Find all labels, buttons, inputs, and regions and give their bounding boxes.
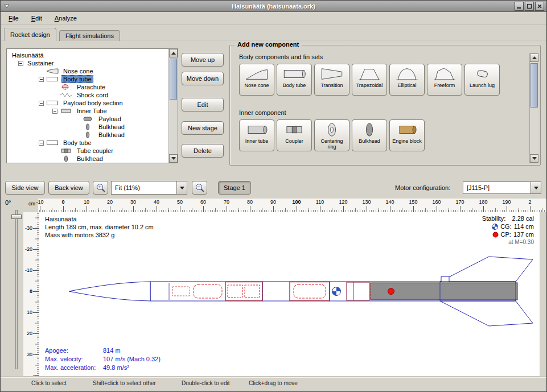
menu-file[interactable]: File — [6, 14, 21, 23]
tree-item-label: Shock cord — [75, 92, 110, 98]
window-menu-icon[interactable] — [3, 2, 11, 10]
h-ruler-label: 140 — [385, 199, 394, 205]
side-view-button[interactable]: Side view — [5, 181, 45, 195]
tab-flight-simulations[interactable]: Flight simulations — [59, 30, 120, 41]
add-nose-cone-button[interactable]: Nose cone — [239, 64, 274, 96]
collapse-icon[interactable] — [52, 109, 57, 114]
new-stage-button[interactable]: New stage — [182, 121, 224, 135]
h-ruler-label: 150 — [409, 199, 417, 205]
add-coupler-button[interactable]: Coupler — [277, 119, 312, 151]
move-down-button[interactable]: Move down — [182, 72, 224, 85]
inner-tube-icon — [244, 121, 269, 138]
chevron-down-icon[interactable] — [176, 181, 187, 194]
add-engine-block-button[interactable]: Engine block — [389, 119, 425, 151]
collapse-icon[interactable] — [39, 141, 44, 146]
tree-item-payload-body-section[interactable]: Payload body section — [7, 99, 168, 107]
tree-item-rocket[interactable]: Haisunäätä — [7, 51, 168, 59]
body-tube-icon — [46, 100, 59, 106]
add-bulkhead-button[interactable]: Bulkhead — [352, 119, 387, 151]
collapse-icon[interactable] — [18, 61, 23, 66]
hint-double-click: Double-click to edit — [182, 380, 229, 386]
scroll-down-icon[interactable] — [530, 154, 538, 163]
tree-item-bulkhead[interactable]: Bulkhead — [7, 123, 168, 131]
zoom-in-button[interactable] — [93, 181, 108, 195]
cg-label: CG: — [500, 222, 512, 230]
rocket-figure-canvas[interactable]: Haisunäätä Length 189 cm, max. diameter … — [39, 212, 540, 376]
tree-item-bulkhead-aft[interactable]: Bulkhead — [7, 155, 168, 163]
stage-1-toggle[interactable]: Stage 1 — [218, 181, 251, 195]
add-body-tube-button[interactable]: Body tube — [277, 64, 312, 96]
stability-info: Stability: 2.28 cal CG:114 cm CP:137 cm … — [482, 214, 534, 246]
motor-configuration-value: [J115-P] — [463, 182, 530, 193]
menu-edit[interactable]: Edit — [29, 14, 44, 23]
rocket-name: Haisunäätä — [45, 215, 154, 223]
collapse-icon[interactable] — [39, 77, 44, 82]
add-component-panel: Add new component Body components and fi… — [229, 45, 541, 166]
tree-item-tube-coupler[interactable]: Tube coupler — [7, 147, 168, 155]
back-view-button[interactable]: Back view — [48, 181, 89, 195]
tree-item-bulkhead[interactable]: Bulkhead — [7, 131, 168, 139]
tree-item-body-tube[interactable]: Body tube — [7, 75, 168, 83]
delete-button[interactable]: Delete — [182, 144, 224, 158]
rotation-slider[interactable] — [15, 210, 18, 369]
collapse-icon[interactable] — [39, 101, 44, 106]
h-ruler-label: 120 — [339, 199, 347, 205]
motor-configuration-select[interactable]: [J115-P] — [463, 181, 541, 194]
tree-item-body-tube-aft[interactable]: Body tube — [7, 139, 168, 147]
cg-value: 114 cm — [514, 222, 534, 230]
fin-bottom-outline — [440, 301, 533, 326]
component-tree: Haisunäätä Sustainer Nose cone Body tube… — [6, 48, 178, 163]
scrollbar-thumb[interactable] — [170, 59, 177, 100]
rotation-slider-thumb[interactable] — [11, 214, 22, 219]
zoom-out-button[interactable] — [192, 181, 207, 195]
h-ruler-label: 50 — [177, 199, 183, 205]
add-centering-ring-button[interactable]: Centering ring — [314, 119, 349, 151]
add-transition-button[interactable]: Transition — [314, 64, 349, 96]
tree-item-payload[interactable]: Payload — [7, 115, 168, 123]
h-ruler-label: 110 — [316, 199, 324, 205]
inner-component-label: Inner component — [239, 109, 286, 116]
freeform-fin-icon — [432, 65, 457, 82]
add-freeform-fin-button[interactable]: Freeform — [427, 64, 462, 96]
add-elliptical-fin-button[interactable]: Elliptical — [389, 64, 425, 96]
move-up-button[interactable]: Move up — [182, 53, 224, 67]
h-ruler-label: 180 — [479, 199, 487, 205]
statusbar: Click to select Shift+click to select ot… — [1, 377, 546, 388]
h-ruler-label: 10 — [84, 199, 89, 205]
centering-ring-icon — [319, 121, 344, 138]
add-inner-tube-button[interactable]: Inner tube — [239, 119, 274, 151]
edit-button[interactable]: Edit — [182, 98, 224, 112]
scroll-down-icon[interactable] — [169, 154, 178, 163]
minimize-button[interactable] — [515, 2, 524, 11]
v-ruler-label: 0 — [30, 288, 32, 294]
menu-analyze[interactable]: Analyze — [52, 14, 79, 23]
tree-item-shock-cord[interactable]: Shock cord — [7, 91, 168, 99]
nose-cone-outline — [69, 282, 150, 301]
body-tube-icon — [46, 76, 59, 82]
tree-item-parachute[interactable]: Parachute — [7, 83, 168, 91]
main-tabs: Rocket design Flight simulations — [1, 25, 546, 41]
inner-tube-icon — [60, 108, 72, 114]
scroll-up-icon[interactable] — [530, 53, 538, 62]
chevron-down-icon[interactable] — [530, 182, 541, 193]
tree-item-inner-tube[interactable]: Inner Tube — [7, 107, 168, 115]
tree-item-label: Payload — [97, 115, 123, 122]
scroll-up-icon[interactable] — [169, 49, 178, 57]
h-ruler-label: 60 — [200, 199, 206, 205]
close-button[interactable] — [535, 2, 544, 11]
body-tube-icon — [282, 65, 307, 82]
tree-item-sustainer[interactable]: Sustainer — [7, 59, 168, 67]
tree-scrollbar[interactable] — [168, 49, 178, 163]
bulkhead-icon — [81, 123, 94, 130]
rocket-mass: Mass with motors 3832 g — [45, 231, 154, 239]
add-trapezoidal-fin-button[interactable]: Trapezoidal — [352, 64, 387, 96]
component-panel-scrollbar[interactable] — [529, 53, 538, 163]
zoom-select[interactable]: Fit (11%) — [111, 181, 187, 195]
launch-lug-outline — [441, 277, 449, 282]
maximize-button[interactable] — [525, 2, 534, 11]
magnifier-minus-icon — [195, 183, 205, 193]
add-launch-lug-button[interactable]: Launch lug — [464, 64, 500, 96]
scrollbar-thumb[interactable] — [530, 63, 538, 108]
tab-rocket-design[interactable]: Rocket design — [4, 28, 56, 41]
tree-item-nose-cone[interactable]: Nose cone — [7, 67, 168, 75]
